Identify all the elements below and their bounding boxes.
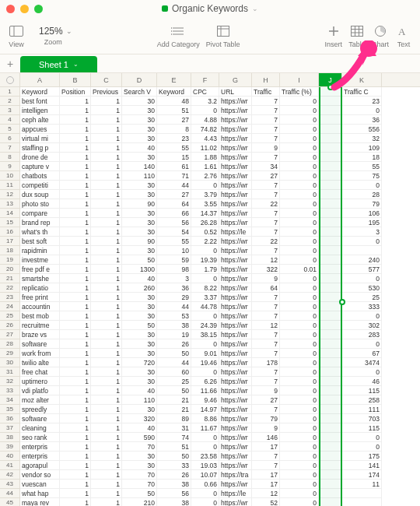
cell[interactable]: 1 xyxy=(60,311,91,321)
column-header[interactable]: I xyxy=(280,73,319,86)
cell[interactable]: 36 xyxy=(342,115,382,125)
cell[interactable]: 1 xyxy=(60,452,91,461)
cell[interactable] xyxy=(319,377,342,386)
cell[interactable]: 7 xyxy=(252,349,280,358)
cell[interactable]: vdi platfo xyxy=(20,386,60,395)
cell[interactable]: 30 xyxy=(122,330,157,339)
cell[interactable]: 52 xyxy=(252,498,280,506)
cell[interactable]: 1 xyxy=(91,190,122,199)
cell[interactable]: 51 xyxy=(157,442,191,452)
cell[interactable]: 28 xyxy=(342,190,382,199)
cell[interactable]: 23 xyxy=(342,97,382,106)
cell[interactable]: 1 xyxy=(91,153,122,162)
cell[interactable]: 1 xyxy=(60,125,91,134)
cell[interactable]: 1 xyxy=(60,358,91,367)
cell[interactable]: enterpris xyxy=(20,442,60,452)
cell[interactable]: 178 xyxy=(252,358,280,367)
cell[interactable]: Search V xyxy=(122,87,157,97)
cell[interactable]: 19 xyxy=(157,330,191,339)
cell[interactable] xyxy=(319,255,342,265)
row-header[interactable]: 17 xyxy=(0,237,19,246)
cell[interactable]: spreedly xyxy=(20,405,60,414)
row-header[interactable]: 41 xyxy=(0,461,19,470)
cell[interactable]: https://wr xyxy=(219,358,252,367)
column-header[interactable]: A xyxy=(20,73,60,86)
column-header[interactable]: E xyxy=(157,73,191,86)
cell[interactable]: CPC xyxy=(191,87,219,97)
cell[interactable]: https://wr xyxy=(219,367,252,377)
cell[interactable] xyxy=(319,330,342,339)
cell[interactable] xyxy=(319,227,342,237)
cell[interactable]: 55 xyxy=(157,237,191,246)
cell[interactable] xyxy=(319,134,342,143)
cell[interactable]: 0 xyxy=(280,209,319,218)
row-header[interactable]: 12 xyxy=(0,190,19,199)
cell[interactable]: 61 xyxy=(157,162,191,171)
cell[interactable] xyxy=(319,237,342,246)
cell[interactable]: 0.52 xyxy=(191,227,219,237)
cell[interactable] xyxy=(319,293,342,302)
row-header[interactable]: 13 xyxy=(0,199,19,209)
cell[interactable]: 30 xyxy=(122,302,157,311)
cell[interactable]: https://wr xyxy=(219,209,252,218)
cell[interactable]: 22 xyxy=(252,199,280,209)
cell[interactable]: https://wr xyxy=(219,349,252,358)
cell[interactable]: 12 xyxy=(252,255,280,265)
cell[interactable]: 0 xyxy=(342,433,382,442)
row-header[interactable]: 1 xyxy=(0,87,19,97)
cell[interactable]: https://wr xyxy=(219,330,252,339)
cell[interactable]: 38 xyxy=(157,480,191,489)
cell[interactable]: 0 xyxy=(191,498,219,506)
cell[interactable] xyxy=(319,489,342,498)
cell[interactable]: 0 xyxy=(280,143,319,153)
cell[interactable]: 1 xyxy=(91,423,122,433)
cell[interactable]: https://wr xyxy=(219,125,252,134)
cell[interactable]: 1 xyxy=(60,162,91,171)
cell[interactable]: 26 xyxy=(157,470,191,480)
cell[interactable] xyxy=(319,461,342,470)
cells-area[interactable]: KeywordPositionPreviousSearch VKeywordCP… xyxy=(20,87,420,506)
cell[interactable]: 48 xyxy=(157,97,191,106)
cell[interactable]: 283 xyxy=(342,330,382,339)
cell[interactable]: 322 xyxy=(252,265,280,274)
cell[interactable]: 36 xyxy=(157,283,191,293)
cell[interactable]: 1 xyxy=(60,339,91,349)
cell[interactable]: 1 xyxy=(60,227,91,237)
cell[interactable]: 7 xyxy=(252,452,280,461)
cell[interactable]: 1 xyxy=(91,386,122,395)
cell[interactable]: 1 xyxy=(60,209,91,218)
cell[interactable]: 3.37 xyxy=(191,293,219,302)
cell[interactable] xyxy=(319,339,342,349)
cell[interactable]: https://wr xyxy=(219,97,252,106)
cell[interactable]: Traffic xyxy=(252,87,280,97)
cell[interactable]: 111 xyxy=(342,405,382,414)
cell[interactable] xyxy=(319,480,342,489)
cell[interactable]: 1 xyxy=(60,106,91,115)
cell[interactable]: 11.66 xyxy=(191,386,219,395)
cell[interactable]: 1 xyxy=(91,321,122,330)
pivot-table-button[interactable]: Pivot Table xyxy=(206,23,240,48)
cell[interactable]: 22 xyxy=(252,237,280,246)
cell[interactable]: 2.22 xyxy=(191,237,219,246)
cell[interactable] xyxy=(319,405,342,414)
cell[interactable]: 0.66 xyxy=(191,480,219,489)
cell[interactable]: 1 xyxy=(60,255,91,265)
cell[interactable]: 1 xyxy=(91,97,122,106)
cell[interactable]: https://wr xyxy=(219,115,252,125)
cell[interactable]: 0 xyxy=(280,274,319,283)
cell[interactable]: 50 xyxy=(122,255,157,265)
cell[interactable]: 10 xyxy=(157,246,191,255)
cell[interactable]: 30 xyxy=(122,293,157,302)
cell[interactable]: 59 xyxy=(157,255,191,265)
cell[interactable]: 31 xyxy=(157,423,191,433)
cell[interactable]: vuescan xyxy=(20,480,60,489)
cell[interactable]: investme xyxy=(20,255,60,265)
cell[interactable]: 14.97 xyxy=(191,405,219,414)
row-header[interactable]: 15 xyxy=(0,218,19,227)
cell[interactable]: 0 xyxy=(280,330,319,339)
cell[interactable]: 1 xyxy=(91,433,122,442)
cell[interactable]: 0 xyxy=(191,106,219,115)
cell[interactable]: 1 xyxy=(60,321,91,330)
cell[interactable]: 7 xyxy=(252,246,280,255)
cell[interactable]: 3 xyxy=(157,274,191,283)
